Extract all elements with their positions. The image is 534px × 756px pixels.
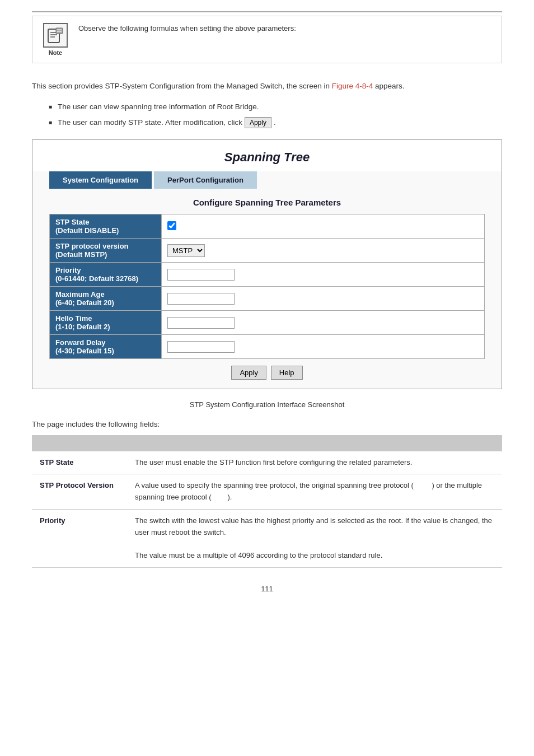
configure-title: Configure Spanning Tree Parameters [32,198,502,207]
max-age-input[interactable]: 20 [167,293,235,305]
bullet-list: The user can view spanning tree informat… [49,101,502,129]
desc-text-protocol: A value used to specify the spanning tre… [127,474,502,510]
bullet-1-text: The user can view spanning tree informat… [58,101,259,113]
desc-header-field [32,435,127,451]
intro-text2: appears. [375,82,405,90]
note-icon-wrap: Note [41,23,69,56]
description-table: STP State The user must enable the STP f… [32,435,502,568]
note-text: Observe the following formulas when sett… [78,23,296,34]
table-row: Forward Delay (4-30; Default 15) 15 [50,335,485,359]
table-row: Priority (0-61440; Default 32768) 32768 [50,263,485,287]
tab-perport-configuration[interactable]: PerPort Configuration [154,171,257,189]
note-box: Note Observe the following formulas when… [32,16,502,63]
figure-caption: STP System Configuration Interface Scree… [32,400,502,409]
table-row: Maximum Age (6-40; Default 20) 20 [50,287,485,311]
tabs-row: System Configuration PerPort Configurati… [49,171,485,189]
param-value-max-age: 20 [162,287,485,311]
tab-system-configuration[interactable]: System Configuration [49,171,152,189]
param-label-stp-protocol: STP protocol version (Default MSTP) [50,239,162,263]
note-label: Note [49,49,62,56]
param-label-priority: Priority (0-61440; Default 32768) [50,263,162,287]
page-number: 111 [32,585,502,604]
param-value-stp-protocol: STP RSTP MSTP [162,239,485,263]
desc-text-stp-state: The user must enable the STP function fi… [127,451,502,474]
desc-field-stp-state: STP State [32,451,127,474]
forward-delay-input[interactable]: 15 [167,341,235,353]
stp-state-checkbox[interactable] [167,221,176,230]
desc-row-stp-state: STP State The user must enable the STP f… [32,451,502,474]
desc-row-priority: Priority The switch with the lowest valu… [32,509,502,567]
stp-protocol-select[interactable]: STP RSTP MSTP [167,244,205,257]
param-label-max-age: Maximum Age (6-40; Default 20) [50,287,162,311]
param-label-hello-time: Hello Time (1-10; Default 2) [50,311,162,335]
param-table: STP State (Default DISABLE) STP protocol… [49,214,485,359]
desc-row-protocol: STP Protocol Version A value used to spe… [32,474,502,510]
param-value-stp-state [162,214,485,239]
top-divider [32,11,502,12]
desc-header-row [32,435,502,451]
table-row: STP State (Default DISABLE) [50,214,485,239]
param-value-hello-time: 2 [162,311,485,335]
desc-header-desc [127,435,502,451]
help-button[interactable]: Help [271,366,303,380]
spanning-tree-panel: Spanning Tree System Configuration PerPo… [32,139,502,389]
hello-time-input[interactable]: 2 [167,317,235,329]
intro-text1: This section provides STP-System Configu… [32,82,332,90]
bullet-2-text1: The user can modify STP state. After mod… [58,117,242,128]
table-row: STP protocol version (Default MSTP) STP … [50,239,485,263]
bullet-2-text2: . [274,117,276,128]
desc-field-protocol: STP Protocol Version [32,474,127,510]
fields-intro: The page includes the following fields: [32,420,502,428]
apply-inline-button[interactable]: Apply [245,117,271,128]
figure-link[interactable]: Figure 4-8-4 [332,82,373,90]
intro-paragraph: This section provides STP-System Configu… [32,80,502,92]
param-value-forward-delay: 15 [162,335,485,359]
bullet-item-1: The user can view spanning tree informat… [49,101,502,113]
bullet-item-2: The user can modify STP state. After mod… [49,117,502,128]
param-value-priority: 32768 [162,263,485,287]
param-label-forward-delay: Forward Delay (4-30; Default 15) [50,335,162,359]
note-icon [43,23,68,48]
spanning-tree-title: Spanning Tree [32,140,502,171]
table-row: Hello Time (1-10; Default 2) 2 [50,311,485,335]
desc-field-priority: Priority [32,509,127,567]
desc-text-priority: The switch with the lowest value has the… [127,509,502,567]
apply-button[interactable]: Apply [231,366,266,380]
action-row: Apply Help [32,359,502,389]
svg-rect-4 [56,28,63,34]
param-label-stp-state: STP State (Default DISABLE) [50,214,162,239]
priority-input[interactable]: 32768 [167,269,235,281]
